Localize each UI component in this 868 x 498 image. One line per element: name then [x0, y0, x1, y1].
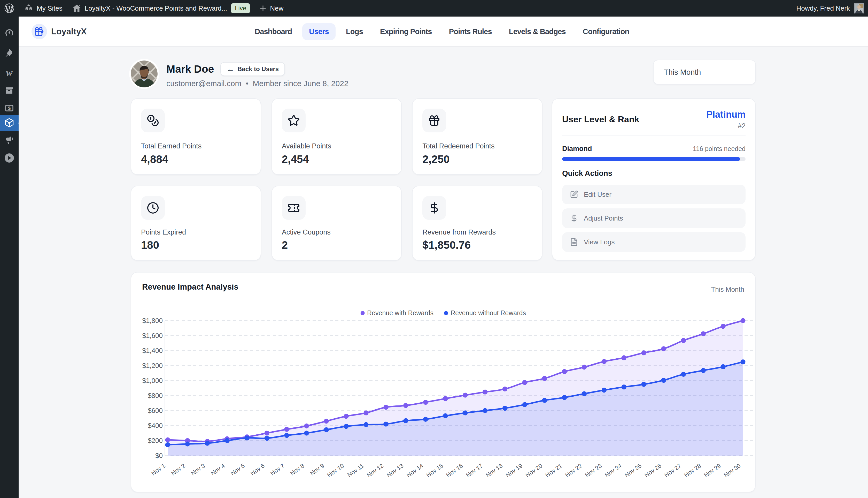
svg-text:Nov 15: Nov 15: [425, 462, 444, 479]
svg-text:Nov 5: Nov 5: [229, 462, 246, 477]
svg-text:$1,600: $1,600: [142, 332, 163, 340]
svg-text:Nov 17: Nov 17: [465, 462, 484, 479]
svg-text:Nov 9: Nov 9: [309, 462, 325, 477]
svg-text:Nov 29: Nov 29: [703, 462, 722, 479]
svg-text:Nov 21: Nov 21: [544, 462, 564, 479]
svg-text:Nov 22: Nov 22: [564, 462, 583, 479]
svg-text:Nov 12: Nov 12: [366, 462, 385, 479]
svg-text:$800: $800: [148, 392, 163, 399]
svg-text:Nov 23: Nov 23: [584, 462, 603, 479]
svg-text:Nov 25: Nov 25: [623, 462, 643, 479]
svg-text:Nov 27: Nov 27: [663, 462, 682, 479]
svg-text:Nov 26: Nov 26: [643, 462, 663, 479]
svg-text:Nov 11: Nov 11: [346, 462, 365, 479]
svg-text:Nov 19: Nov 19: [504, 462, 524, 479]
svg-text:$400: $400: [148, 422, 163, 430]
svg-text:$1,200: $1,200: [142, 362, 163, 369]
svg-text:Nov 4: Nov 4: [209, 462, 226, 477]
svg-text:Nov 8: Nov 8: [289, 462, 306, 477]
svg-text:Nov 24: Nov 24: [603, 462, 623, 479]
svg-text:Nov 28: Nov 28: [683, 462, 702, 479]
svg-text:Nov 18: Nov 18: [485, 462, 504, 479]
svg-text:$200: $200: [148, 437, 163, 445]
svg-text:Nov 14: Nov 14: [405, 462, 425, 479]
svg-text:Nov 16: Nov 16: [445, 462, 464, 479]
svg-text:$1,400: $1,400: [142, 347, 163, 354]
svg-text:Nov 2: Nov 2: [170, 462, 187, 477]
svg-text:Nov 20: Nov 20: [524, 462, 544, 479]
svg-text:Nov 6: Nov 6: [249, 462, 266, 477]
svg-text:Nov 1: Nov 1: [150, 462, 167, 477]
svg-text:Nov 3: Nov 3: [190, 462, 206, 477]
svg-text:$1,800: $1,800: [142, 317, 163, 325]
svg-text:Nov 30: Nov 30: [722, 462, 742, 479]
svg-text:$: $: [8, 105, 11, 111]
svg-text:Nov 10: Nov 10: [326, 462, 345, 479]
svg-text:$0: $0: [155, 452, 163, 459]
svg-text:$1,000: $1,000: [142, 377, 163, 384]
svg-text:Nov 13: Nov 13: [385, 462, 405, 479]
svg-text:$600: $600: [148, 407, 163, 415]
svg-text:Nov 7: Nov 7: [269, 462, 286, 477]
